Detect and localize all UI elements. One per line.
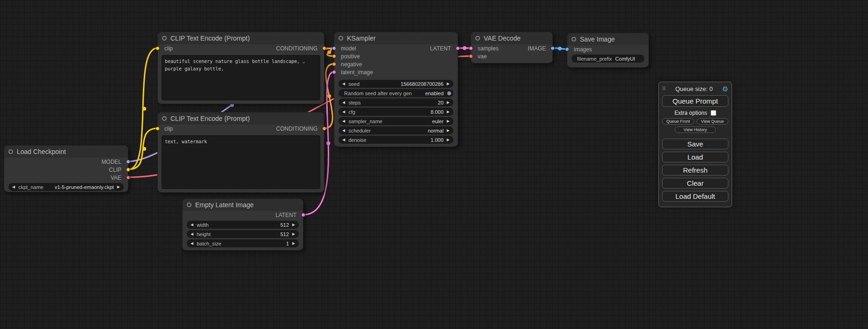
decrement-arrow-icon[interactable]: ◀ — [342, 138, 345, 142]
positive-input-dot[interactable] — [332, 54, 336, 58]
input-slot-latent-image: latent_image — [334, 68, 458, 76]
vae-input-dot[interactable] — [469, 54, 473, 58]
widget-scheduler[interactable]: ◀ scheduler normal ▶ — [339, 126, 453, 134]
load-default-button[interactable]: Load Default — [662, 191, 728, 202]
node-clip-text-encode-positive[interactable]: CLIP Text Encode (Prompt) clip CONDITION… — [157, 32, 325, 104]
decrement-arrow-icon[interactable]: ◀ — [342, 101, 345, 105]
widget-label: cfg — [348, 109, 355, 115]
node-title-bar[interactable]: VAE Decode — [471, 32, 552, 44]
node-title-bar[interactable]: Empty Latent Image — [183, 199, 303, 211]
conditioning-output-dot[interactable] — [322, 46, 326, 50]
node-title-bar[interactable]: KSampler — [334, 32, 458, 44]
negative-prompt-textarea[interactable]: text, watermark — [162, 135, 320, 189]
conditioning-output-dot[interactable] — [322, 126, 326, 131]
node-title-bar[interactable]: CLIP Text Encode (Prompt) — [158, 112, 324, 125]
decrement-arrow-icon[interactable]: ◀ — [191, 232, 193, 236]
load-button[interactable]: Load — [662, 152, 728, 162]
node-load-checkpoint[interactable]: Load Checkpoint MODEL CLIP VAE ◀ ckpt_na… — [4, 145, 128, 192]
node-ksampler[interactable]: KSampler model LATENT positive negative … — [334, 32, 458, 147]
widget-width[interactable]: ◀ width 512 ▶ — [187, 221, 299, 229]
slot-label: MODEL — [101, 159, 121, 165]
collapse-dot[interactable] — [339, 36, 343, 41]
prev-value-arrow-icon[interactable]: ◀ — [342, 129, 345, 133]
decrement-arrow-icon[interactable]: ◀ — [342, 110, 345, 114]
clip-input-dot[interactable] — [155, 46, 160, 50]
view-queue-button[interactable]: View Queue — [697, 118, 729, 125]
widget-cfg[interactable]: ◀ cfg 8.000 ▶ — [339, 108, 453, 116]
widget-label: seed — [348, 81, 360, 87]
decrement-arrow-icon[interactable]: ◀ — [342, 82, 345, 86]
save-button[interactable]: Save — [662, 139, 728, 149]
latent-output-dot[interactable] — [301, 213, 305, 217]
increment-arrow-icon[interactable]: ▶ — [447, 82, 450, 86]
samples-input-dot[interactable] — [469, 46, 473, 50]
node-vae-decode[interactable]: VAE Decode samples IMAGE vae — [471, 32, 553, 63]
prev-value-arrow-icon[interactable]: ◀ — [12, 185, 15, 189]
node-save-image[interactable]: Save Image images filename_prefix ComfyU… — [567, 33, 649, 68]
clip-output-dot[interactable] — [126, 168, 130, 172]
collapse-dot[interactable] — [8, 149, 13, 154]
node-empty-latent-image[interactable]: Empty Latent Image LATENT ◀ width 512 ▶ … — [182, 198, 303, 251]
decrement-arrow-icon[interactable]: ◀ — [191, 242, 193, 245]
model-output-dot[interactable] — [126, 160, 130, 164]
widget-seed[interactable]: ◀ seed 156680208700286 ▶ — [339, 80, 453, 88]
latent-image-input-dot[interactable] — [332, 70, 336, 74]
collapse-dot[interactable] — [475, 36, 480, 41]
widget-label: denoise — [348, 137, 367, 143]
slot-label-conditioning: CONDITIONING — [276, 45, 318, 52]
next-value-arrow-icon[interactable]: ▶ — [447, 119, 450, 123]
prev-value-arrow-icon[interactable]: ◀ — [342, 119, 345, 123]
clip-input-dot[interactable] — [155, 126, 160, 131]
vae-output-dot[interactable] — [126, 175, 130, 180]
widget-sampler-name[interactable]: ◀ sampler_name euler ▶ — [339, 117, 453, 125]
increment-arrow-icon[interactable]: ▶ — [292, 232, 295, 236]
images-input-dot[interactable] — [565, 47, 569, 51]
next-value-arrow-icon[interactable]: ▶ — [117, 185, 120, 189]
node-title: Empty Latent Image — [195, 201, 254, 209]
increment-arrow-icon[interactable]: ▶ — [447, 138, 450, 142]
collapse-dot[interactable] — [187, 203, 191, 207]
clear-button[interactable]: Clear — [662, 178, 728, 189]
image-output-dot[interactable] — [550, 46, 555, 50]
widget-value: 156680208700286 — [401, 81, 444, 87]
extra-options-checkbox[interactable] — [711, 110, 716, 116]
model-input-dot[interactable] — [332, 46, 336, 50]
widget-label: width — [197, 222, 209, 228]
node-title-bar[interactable]: Save Image — [567, 33, 649, 45]
collapse-dot[interactable] — [572, 37, 576, 42]
decrement-arrow-icon[interactable]: ◀ — [191, 223, 193, 227]
widget-filename-prefix[interactable]: filename_prefix ComfyUI — [572, 55, 644, 63]
widget-steps[interactable]: ◀ steps 20 ▶ — [339, 98, 453, 106]
negative-input-dot[interactable] — [332, 62, 336, 66]
widget-batch-size[interactable]: ◀ batch_size 1 ▶ — [187, 239, 299, 247]
settings-gear-icon[interactable]: ⚙ — [722, 85, 728, 92]
link-midpoint-dot — [142, 107, 146, 111]
collapse-dot[interactable] — [162, 36, 167, 41]
link-midpoint-dot — [327, 94, 331, 98]
view-history-button[interactable]: View History — [675, 126, 716, 133]
slot-label: latent_image — [341, 69, 373, 76]
widget-height[interactable]: ◀ height 512 ▶ — [187, 230, 299, 238]
node-title-bar[interactable]: CLIP Text Encode (Prompt) — [158, 32, 324, 44]
widget-random-seed[interactable]: Random seed after every gen enabled — [339, 89, 453, 97]
widget-denoise[interactable]: ◀ denoise 1.000 ▶ — [339, 136, 453, 144]
queue-front-button[interactable]: Queue Front — [662, 118, 694, 125]
increment-arrow-icon[interactable]: ▶ — [292, 223, 295, 227]
widget-value: 8.000 — [430, 109, 444, 115]
widget-value: 20 — [438, 100, 444, 105]
drag-handle-icon[interactable]: ⠿ — [662, 86, 666, 92]
node-graph-canvas[interactable]: Load Checkpoint MODEL CLIP VAE ◀ ckpt_na… — [0, 0, 868, 329]
latent-output-dot[interactable] — [456, 46, 460, 50]
refresh-button[interactable]: Refresh — [662, 165, 728, 175]
positive-prompt-textarea[interactable]: beautiful scenery nature glass bottle la… — [162, 55, 320, 100]
increment-arrow-icon[interactable]: ▶ — [447, 101, 450, 105]
widget-ckpt-name[interactable]: ◀ ckpt_name v1-5-pruned-emaonly.ckpt ▶ — [8, 183, 124, 191]
increment-arrow-icon[interactable]: ▶ — [447, 110, 450, 114]
node-clip-text-encode-negative[interactable]: CLIP Text Encode (Prompt) clip CONDITION… — [157, 112, 325, 193]
queue-prompt-button[interactable]: Queue Prompt — [662, 95, 728, 107]
node-title-bar[interactable]: Load Checkpoint — [4, 146, 128, 158]
next-value-arrow-icon[interactable]: ▶ — [447, 129, 450, 133]
random-seed-toggle[interactable] — [447, 91, 452, 96]
increment-arrow-icon[interactable]: ▶ — [292, 242, 295, 245]
collapse-dot[interactable] — [162, 116, 167, 121]
